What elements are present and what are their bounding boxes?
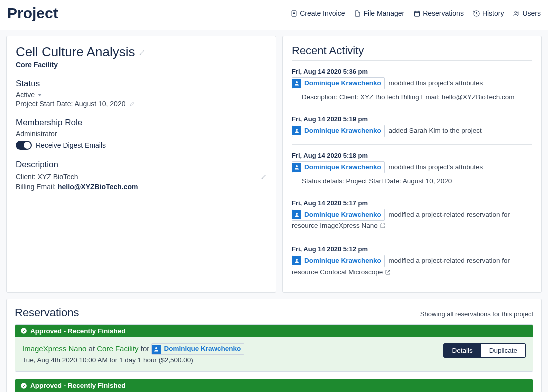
svg-point-19 — [155, 348, 157, 350]
billing-email-link[interactable]: hello@XYZBioTech.com — [58, 183, 138, 191]
activity-body: Dominique Krawchenko modified this proje… — [292, 78, 532, 90]
activity-time: Fri, Aug 14 2020 5:12 pm — [292, 246, 532, 253]
invoice-icon — [290, 10, 298, 18]
details-button[interactable]: Details — [443, 344, 481, 358]
nav-file-manager-label: File Manager — [363, 10, 404, 18]
svg-point-20 — [21, 383, 27, 389]
svg-rect-3 — [415, 12, 420, 16]
user-chip-name: Dominique Krawchenko — [301, 210, 384, 220]
digest-label: Receive Digest Emails — [36, 142, 106, 150]
project-info-card: Cell Culture Analysis Core Facility Stat… — [6, 36, 276, 293]
user-chip-name: Dominique Krawchenko — [301, 78, 384, 89]
activity-item: Fri, Aug 14 2020 5:12 pmDominique Krawch… — [292, 238, 532, 284]
svg-point-16 — [296, 259, 298, 261]
nav-users-label: Users — [522, 10, 541, 18]
billing-label: Billing Email: — [16, 183, 58, 191]
reservation-card: Approved - Recently FinishedConfocal Mic… — [15, 379, 533, 392]
user-chip[interactable]: Dominique Krawchenko — [292, 78, 385, 90]
svg-point-10 — [518, 12, 519, 14]
nav-reservations-label: Reservations — [423, 10, 464, 18]
svg-line-15 — [382, 224, 385, 226]
svg-point-9 — [515, 12, 517, 14]
activity-item: Fri, Aug 14 2020 5:19 pmDominique Krawch… — [292, 108, 532, 144]
activity-item: Fri, Aug 14 2020 5:17 pmDominique Krawch… — [292, 192, 532, 238]
nav-history[interactable]: History — [473, 10, 504, 18]
calendar-icon — [413, 10, 421, 18]
membership-label: Membership Role — [16, 118, 267, 128]
reservation-facility[interactable]: Core Facility — [97, 344, 138, 353]
nav-create-invoice-label: Create Invoice — [300, 10, 345, 18]
check-circle-icon — [20, 328, 27, 334]
user-icon — [292, 256, 301, 266]
activity-time: Fri, Aug 14 2020 5:19 pm — [292, 116, 532, 123]
caret-down-icon — [38, 94, 42, 96]
top-nav: Create Invoice File Manager Reservations… — [290, 10, 541, 18]
activity-item: Fri, Aug 14 2020 5:18 pmDominique Krawch… — [292, 144, 532, 192]
user-icon — [292, 126, 301, 136]
nav-create-invoice[interactable]: Create Invoice — [290, 10, 345, 18]
user-chip[interactable]: Dominique Krawchenko — [292, 162, 385, 174]
activity-time: Fri, Aug 14 2020 5:18 pm — [292, 152, 532, 160]
duplicate-button[interactable]: Duplicate — [481, 344, 526, 358]
svg-point-18 — [21, 328, 27, 334]
svg-line-17 — [388, 270, 390, 273]
reservation-status-bar: Approved - Recently Finished — [15, 380, 533, 392]
users-icon — [513, 10, 520, 18]
activity-body: Dominique Krawchenko modified this proje… — [292, 162, 532, 174]
nav-history-label: History — [482, 10, 504, 18]
activity-time: Fri, Aug 14 2020 5:36 pm — [292, 68, 532, 76]
svg-point-14 — [296, 213, 298, 215]
activity-time: Fri, Aug 14 2020 5:17 pm — [292, 200, 532, 207]
status-value: Active — [16, 91, 35, 99]
user-chip[interactable]: Dominique Krawchenko — [292, 125, 385, 137]
membership-value: Administrator — [16, 130, 267, 138]
reservation-status-text: Approved - Recently Finished — [30, 382, 126, 390]
edit-description-icon[interactable] — [261, 174, 267, 180]
svg-line-8 — [476, 14, 477, 14]
reservation-resource[interactable]: ImageXpress Nano — [22, 344, 86, 353]
svg-point-13 — [296, 166, 298, 168]
edit-title-icon[interactable] — [139, 49, 146, 56]
billing-row: Billing Email: hello@XYZBioTech.com — [16, 183, 267, 191]
edit-start-date-icon[interactable] — [129, 101, 135, 107]
activity-body: Dominique Krawchenko added Sarah Kim to … — [292, 125, 532, 137]
svg-point-11 — [296, 82, 298, 84]
user-chip[interactable]: Dominique Krawchenko — [151, 344, 244, 355]
activity-action: modified this project's attributes — [389, 80, 483, 87]
activity-action: modified this project's attributes — [389, 163, 483, 170]
user-icon — [152, 345, 161, 354]
user-chip-name: Dominique Krawchenko — [301, 162, 384, 173]
activity-action: added Sarah Kim to the project — [389, 127, 482, 134]
recent-activity-card: Recent Activity Fri, Aug 14 2020 5:36 pm… — [282, 36, 542, 293]
user-icon — [292, 210, 301, 220]
nav-file-manager[interactable]: File Manager — [354, 10, 404, 18]
activity-body: Dominique Krawchenko modified a project-… — [292, 255, 532, 278]
user-icon — [292, 163, 301, 172]
user-chip-name: Dominique Krawchenko — [301, 126, 384, 136]
external-link-icon[interactable] — [380, 223, 386, 229]
client-text: Client: XYZ BioTech — [16, 173, 78, 181]
activity-detail: Status details: Project Start Date: Augu… — [302, 178, 532, 185]
digest-toggle[interactable] — [16, 141, 32, 150]
history-icon — [473, 10, 480, 18]
reservations-title: Reservations — [15, 306, 79, 320]
nav-reservations[interactable]: Reservations — [413, 10, 464, 18]
status-label: Status — [16, 79, 267, 89]
facility-name: Core Facility — [16, 61, 267, 69]
external-link-icon[interactable] — [385, 270, 391, 276]
user-chip[interactable]: Dominique Krawchenko — [292, 209, 385, 221]
user-chip[interactable]: Dominique Krawchenko — [292, 255, 385, 267]
reservation-status-bar: Approved - Recently Finished — [15, 325, 533, 338]
nav-users[interactable]: Users — [513, 10, 541, 18]
svg-point-12 — [296, 129, 298, 131]
activity-title: Recent Activity — [292, 44, 532, 58]
project-title: Cell Culture Analysis — [16, 44, 135, 60]
page-title: Project — [7, 5, 58, 22]
start-date-text: Project Start Date: August 10, 2020 — [16, 100, 125, 108]
activity-item: Fri, Aug 14 2020 5:36 pmDominique Krawch… — [292, 60, 532, 108]
user-chip-name: Dominique Krawchenko — [301, 256, 384, 266]
status-dropdown[interactable]: Active — [16, 91, 267, 99]
description-label: Description — [16, 160, 267, 170]
activity-detail: Description: Client: XYZ BioTech Billing… — [302, 94, 532, 101]
user-chip-name: Dominique Krawchenko — [161, 344, 244, 354]
